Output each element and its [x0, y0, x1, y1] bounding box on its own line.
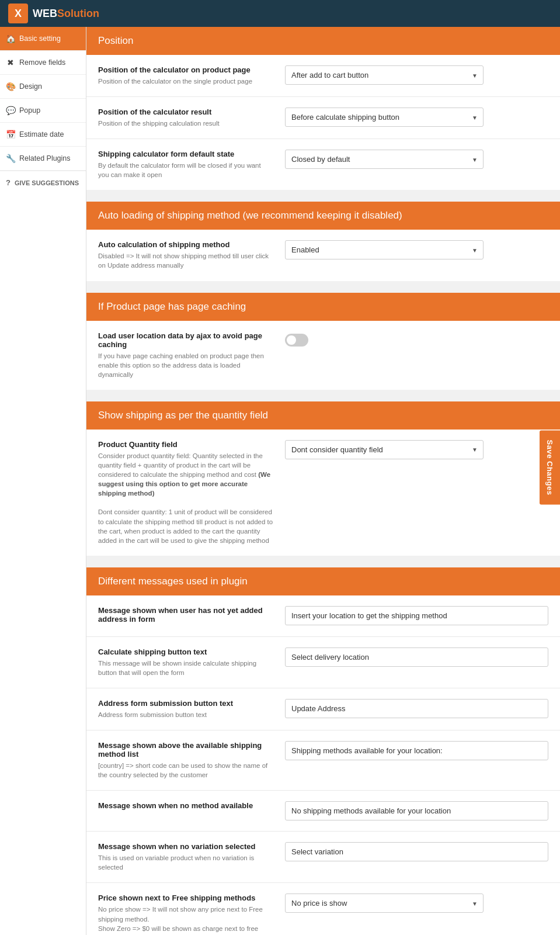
- calculator-result-row: Position of the calculator result Positi…: [86, 97, 560, 139]
- calculator-result-label: Position of the calculator result Positi…: [98, 108, 285, 128]
- remove-icon: ✖: [6, 58, 15, 67]
- form-state-select-wrapper: Closed by default Open by default: [285, 150, 484, 169]
- free-shipping-select-wrapper: No price is show Show Zero: [285, 894, 484, 913]
- page-caching-section: If Product page has page caching Load us…: [86, 293, 560, 390]
- gap-4: [86, 556, 560, 567]
- no-variation-row: Message shown when no variation selected…: [86, 832, 560, 883]
- calculator-result-control: Before calculate shipping button After c…: [285, 108, 548, 127]
- calc-shipping-btn-control: [285, 647, 548, 667]
- no-address-msg-row: Message shown when user has not yet adde…: [86, 595, 560, 637]
- toggle-slider: [285, 334, 308, 347]
- ajax-load-control: [285, 331, 548, 347]
- messages-header: Different messages used in plugin: [86, 567, 560, 595]
- form-state-control: Closed by default Open by default: [285, 150, 548, 169]
- main-content: Position Position of the calculator on p…: [86, 27, 560, 935]
- free-shipping-label: Price shown next to Free shipping method…: [98, 894, 285, 935]
- auto-calc-label: Auto calculation of shipping method Disa…: [98, 240, 285, 270]
- calculator-position-control: After add to cart button Before add to c…: [285, 65, 548, 85]
- ajax-load-row: Load user location data by ajax to avoid…: [86, 321, 560, 390]
- sidebar-item-design[interactable]: 🎨 Design: [0, 75, 86, 99]
- no-method-row: Message shown when no method available: [86, 791, 560, 832]
- auto-loading-header: Auto loading of shipping method (we reco…: [86, 202, 560, 230]
- above-list-control: [285, 741, 548, 760]
- position-header: Position: [86, 27, 560, 55]
- logo-icon: X: [8, 4, 28, 23]
- sidebar-item-give-suggestions[interactable]: ? GIVE SUGGESTIONS: [0, 171, 86, 194]
- logo-text: WEBSolution: [33, 8, 99, 20]
- no-method-input[interactable]: [285, 801, 548, 820]
- calculator-result-select-wrapper: Before calculate shipping button After c…: [285, 108, 484, 127]
- free-shipping-desc: No price show => It will not show any pr…: [98, 905, 273, 935]
- address-submit-control: [285, 699, 548, 718]
- calendar-icon: 📅: [6, 130, 15, 139]
- calc-shipping-btn-input[interactable]: [285, 647, 548, 667]
- quantity-select[interactable]: Dont consider quantity field Consider pr…: [285, 440, 484, 459]
- free-shipping-control: No price is show Show Zero: [285, 894, 548, 913]
- position-section: Position Position of the calculator on p…: [86, 27, 560, 190]
- free-shipping-row: Price shown next to Free shipping method…: [86, 883, 560, 935]
- auto-calc-select[interactable]: Enabled Disabled: [285, 240, 484, 259]
- sidebar-item-estimate-date[interactable]: 📅 Estimate date: [0, 123, 86, 147]
- no-address-msg-input[interactable]: [285, 606, 548, 625]
- sidebar-item-popup[interactable]: 💬 Popup: [0, 99, 86, 123]
- no-address-msg-label: Message shown when user has not yet adde…: [98, 606, 285, 626]
- above-list-input[interactable]: [285, 741, 548, 760]
- top-nav: X WEBSolution: [0, 0, 560, 27]
- no-method-label: Message shown when no method available: [98, 801, 285, 812]
- quantity-desc: Consider product quantity field: Quantit…: [98, 451, 273, 545]
- calc-shipping-btn-label: Calculate shipping button text This mess…: [98, 647, 285, 677]
- form-state-row: Shipping calculator form default state B…: [86, 139, 560, 190]
- messages-section: Different messages used in plugin Messag…: [86, 567, 560, 935]
- form-state-select[interactable]: Closed by default Open by default: [285, 150, 484, 169]
- ajax-load-label: Load user location data by ajax to avoid…: [98, 331, 285, 379]
- address-submit-row: Address form submission button text Addr…: [86, 688, 560, 730]
- save-changes-button[interactable]: Save Changes: [540, 431, 560, 505]
- design-icon: 🎨: [6, 82, 15, 91]
- no-variation-control: [285, 842, 548, 861]
- calculator-position-select-wrapper: After add to cart button Before add to c…: [285, 65, 484, 85]
- question-icon: ?: [6, 178, 11, 187]
- sidebar-item-related-plugins[interactable]: 🔧 Related Plugins: [0, 147, 86, 171]
- no-variation-label: Message shown when no variation selected…: [98, 842, 285, 872]
- sidebar: 🏠 Basic setting ✖ Remove fields 🎨 Design…: [0, 27, 86, 935]
- quantity-field-control: Dont consider quantity field Consider pr…: [285, 440, 548, 459]
- quantity-select-wrapper: Dont consider quantity field Consider pr…: [285, 440, 484, 459]
- ajax-load-toggle[interactable]: [285, 334, 308, 347]
- popup-icon: 💬: [6, 106, 15, 115]
- calculator-position-select[interactable]: After add to cart button Before add to c…: [285, 65, 484, 85]
- form-state-label: Shipping calculator form default state B…: [98, 150, 285, 179]
- auto-loading-section: Auto loading of shipping method (we reco…: [86, 202, 560, 280]
- gap-3: [86, 390, 560, 401]
- above-list-row: Message shown above the available shippi…: [86, 730, 560, 791]
- wrench-icon: 🔧: [6, 154, 15, 163]
- gap-2: [86, 281, 560, 293]
- home-icon: 🏠: [6, 34, 15, 43]
- layout: 🏠 Basic setting ✖ Remove fields 🎨 Design…: [0, 27, 560, 935]
- auto-calc-control: Enabled Disabled: [285, 240, 548, 259]
- calculator-result-select[interactable]: Before calculate shipping button After c…: [285, 108, 484, 127]
- quantity-section: Show shipping as per the quantity field …: [86, 401, 560, 556]
- gap-1: [86, 190, 560, 202]
- quantity-header: Show shipping as per the quantity field: [86, 401, 560, 430]
- no-address-msg-control: [285, 606, 548, 625]
- sidebar-item-basic-setting[interactable]: 🏠 Basic setting: [0, 27, 86, 51]
- address-submit-label: Address form submission button text Addr…: [98, 699, 285, 719]
- calculator-position-label: Position of the calculator on product pa…: [98, 65, 285, 86]
- calc-shipping-btn-row: Calculate shipping button text This mess…: [86, 637, 560, 688]
- auto-calc-select-wrapper: Enabled Disabled: [285, 240, 484, 259]
- address-submit-input[interactable]: [285, 699, 548, 718]
- above-list-label: Message shown above the available shippi…: [98, 741, 285, 780]
- free-shipping-select[interactable]: No price is show Show Zero: [285, 894, 484, 913]
- sidebar-item-remove-fields[interactable]: ✖ Remove fields: [0, 51, 86, 75]
- no-variation-input[interactable]: [285, 842, 548, 861]
- auto-calc-row: Auto calculation of shipping method Disa…: [86, 230, 560, 280]
- page-caching-header: If Product page has page caching: [86, 293, 560, 321]
- quantity-field-label: Product Quantity field Consider product …: [98, 440, 285, 545]
- quantity-field-row: Product Quantity field Consider product …: [86, 430, 560, 556]
- calculator-position-row: Position of the calculator on product pa…: [86, 55, 560, 97]
- no-method-control: [285, 801, 548, 820]
